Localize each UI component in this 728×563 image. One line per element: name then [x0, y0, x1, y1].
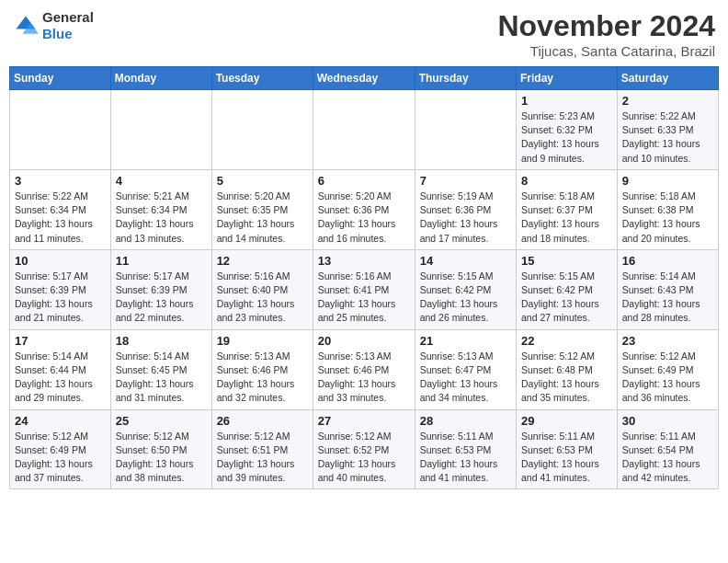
day-of-week-header: Tuesday — [211, 67, 313, 90]
calendar-day-cell — [10, 90, 111, 170]
calendar-day-cell: 29Sunrise: 5:11 AM Sunset: 6:53 PM Dayli… — [517, 409, 618, 489]
day-info: Sunrise: 5:11 AM Sunset: 6:53 PM Dayligh… — [420, 430, 511, 486]
day-of-week-header: Saturday — [617, 67, 718, 90]
logo-icon — [13, 13, 39, 39]
day-number: 4 — [116, 174, 207, 188]
calendar-day-cell: 6Sunrise: 5:20 AM Sunset: 6:36 PM Daylig… — [313, 169, 415, 249]
day-number: 3 — [15, 174, 106, 188]
location-text: Tijucas, Santa Catarina, Brazil — [497, 43, 715, 59]
day-info: Sunrise: 5:19 AM Sunset: 6:36 PM Dayligh… — [420, 190, 511, 246]
day-number: 6 — [318, 174, 410, 188]
day-info: Sunrise: 5:13 AM Sunset: 6:47 PM Dayligh… — [420, 350, 511, 406]
day-of-week-header: Monday — [110, 67, 211, 90]
day-number: 8 — [521, 174, 612, 188]
day-info: Sunrise: 5:20 AM Sunset: 6:36 PM Dayligh… — [318, 190, 410, 246]
calendar-day-cell — [415, 90, 516, 170]
day-info: Sunrise: 5:23 AM Sunset: 6:32 PM Dayligh… — [521, 109, 612, 166]
calendar-day-cell: 17Sunrise: 5:14 AM Sunset: 6:44 PM Dayli… — [10, 329, 111, 409]
calendar-day-cell: 12Sunrise: 5:16 AM Sunset: 6:40 PM Dayli… — [211, 249, 313, 329]
calendar-day-cell: 3Sunrise: 5:22 AM Sunset: 6:34 PM Daylig… — [10, 169, 111, 249]
day-number: 30 — [622, 414, 713, 428]
logo-text: General Blue — [42, 9, 94, 42]
calendar-day-cell: 13Sunrise: 5:16 AM Sunset: 6:41 PM Dayli… — [313, 249, 415, 329]
day-of-week-header: Sunday — [10, 67, 111, 90]
calendar-table: SundayMondayTuesdayWednesdayThursdayFrid… — [9, 66, 719, 489]
calendar-day-cell: 11Sunrise: 5:17 AM Sunset: 6:39 PM Dayli… — [110, 249, 211, 329]
day-number: 20 — [318, 334, 410, 348]
day-info: Sunrise: 5:14 AM Sunset: 6:44 PM Dayligh… — [15, 350, 106, 406]
calendar-day-cell: 8Sunrise: 5:18 AM Sunset: 6:37 PM Daylig… — [517, 169, 618, 249]
day-info: Sunrise: 5:12 AM Sunset: 6:48 PM Dayligh… — [521, 350, 612, 406]
calendar-day-cell: 28Sunrise: 5:11 AM Sunset: 6:53 PM Dayli… — [415, 409, 516, 489]
day-info: Sunrise: 5:14 AM Sunset: 6:45 PM Dayligh… — [116, 350, 207, 406]
day-info: Sunrise: 5:16 AM Sunset: 6:40 PM Dayligh… — [217, 270, 308, 326]
day-info: Sunrise: 5:12 AM Sunset: 6:49 PM Dayligh… — [15, 430, 106, 486]
calendar-day-cell — [110, 90, 211, 170]
day-info: Sunrise: 5:21 AM Sunset: 6:34 PM Dayligh… — [116, 190, 207, 246]
day-info: Sunrise: 5:12 AM Sunset: 6:51 PM Dayligh… — [217, 430, 308, 486]
calendar-day-cell: 20Sunrise: 5:13 AM Sunset: 6:46 PM Dayli… — [313, 329, 415, 409]
day-number: 15 — [521, 254, 612, 268]
calendar-day-cell: 5Sunrise: 5:20 AM Sunset: 6:35 PM Daylig… — [211, 169, 313, 249]
day-number: 9 — [622, 174, 713, 188]
day-of-week-header: Friday — [517, 67, 618, 90]
day-number: 29 — [521, 414, 612, 428]
day-number: 12 — [217, 254, 308, 268]
day-of-week-header: Wednesday — [313, 67, 415, 90]
calendar-week-row: 17Sunrise: 5:14 AM Sunset: 6:44 PM Dayli… — [10, 329, 719, 409]
day-info: Sunrise: 5:13 AM Sunset: 6:46 PM Dayligh… — [217, 350, 308, 406]
calendar-day-cell: 22Sunrise: 5:12 AM Sunset: 6:48 PM Dayli… — [517, 329, 618, 409]
calendar-day-cell: 14Sunrise: 5:15 AM Sunset: 6:42 PM Dayli… — [415, 249, 516, 329]
day-info: Sunrise: 5:11 AM Sunset: 6:54 PM Dayligh… — [622, 430, 713, 486]
calendar-day-cell: 10Sunrise: 5:17 AM Sunset: 6:39 PM Dayli… — [10, 249, 111, 329]
day-number: 24 — [15, 414, 106, 428]
calendar-day-cell: 19Sunrise: 5:13 AM Sunset: 6:46 PM Dayli… — [211, 329, 313, 409]
day-number: 14 — [420, 254, 511, 268]
day-info: Sunrise: 5:20 AM Sunset: 6:35 PM Dayligh… — [217, 190, 308, 246]
day-number: 17 — [15, 334, 106, 348]
day-info: Sunrise: 5:15 AM Sunset: 6:42 PM Dayligh… — [420, 270, 511, 326]
calendar-week-row: 10Sunrise: 5:17 AM Sunset: 6:39 PM Dayli… — [10, 249, 719, 329]
calendar-week-row: 3Sunrise: 5:22 AM Sunset: 6:34 PM Daylig… — [10, 169, 719, 249]
calendar-day-cell: 2Sunrise: 5:22 AM Sunset: 6:33 PM Daylig… — [617, 90, 718, 170]
calendar-day-cell: 16Sunrise: 5:14 AM Sunset: 6:43 PM Dayli… — [617, 249, 718, 329]
day-number: 10 — [15, 254, 106, 268]
day-info: Sunrise: 5:12 AM Sunset: 6:49 PM Dayligh… — [622, 350, 713, 406]
calendar-day-cell: 15Sunrise: 5:15 AM Sunset: 6:42 PM Dayli… — [517, 249, 618, 329]
day-number: 18 — [116, 334, 207, 348]
calendar-header-row: SundayMondayTuesdayWednesdayThursdayFrid… — [10, 67, 719, 90]
day-info: Sunrise: 5:13 AM Sunset: 6:46 PM Dayligh… — [318, 350, 410, 406]
calendar-day-cell: 4Sunrise: 5:21 AM Sunset: 6:34 PM Daylig… — [110, 169, 211, 249]
day-number: 19 — [217, 334, 308, 348]
calendar-day-cell: 23Sunrise: 5:12 AM Sunset: 6:49 PM Dayli… — [617, 329, 718, 409]
day-number: 5 — [217, 174, 308, 188]
calendar-day-cell: 24Sunrise: 5:12 AM Sunset: 6:49 PM Dayli… — [10, 409, 111, 489]
calendar-day-cell: 7Sunrise: 5:19 AM Sunset: 6:36 PM Daylig… — [415, 169, 516, 249]
calendar-day-cell: 18Sunrise: 5:14 AM Sunset: 6:45 PM Dayli… — [110, 329, 211, 409]
day-info: Sunrise: 5:11 AM Sunset: 6:53 PM Dayligh… — [521, 430, 612, 486]
day-number: 26 — [217, 414, 308, 428]
logo-blue-text: Blue — [42, 26, 94, 42]
calendar-week-row: 24Sunrise: 5:12 AM Sunset: 6:49 PM Dayli… — [10, 409, 719, 489]
calendar-day-cell: 9Sunrise: 5:18 AM Sunset: 6:38 PM Daylig… — [617, 169, 718, 249]
day-number: 27 — [318, 414, 410, 428]
day-number: 22 — [521, 334, 612, 348]
day-info: Sunrise: 5:18 AM Sunset: 6:38 PM Dayligh… — [622, 190, 713, 246]
title-block: November 2024 Tijucas, Santa Catarina, B… — [497, 9, 715, 59]
calendar-day-cell: 27Sunrise: 5:12 AM Sunset: 6:52 PM Dayli… — [313, 409, 415, 489]
day-info: Sunrise: 5:17 AM Sunset: 6:39 PM Dayligh… — [15, 270, 106, 326]
calendar-day-cell — [313, 90, 415, 170]
day-info: Sunrise: 5:12 AM Sunset: 6:52 PM Dayligh… — [318, 430, 410, 486]
logo: General Blue — [13, 9, 94, 42]
day-number: 2 — [622, 94, 713, 108]
day-number: 25 — [116, 414, 207, 428]
calendar-week-row: 1Sunrise: 5:23 AM Sunset: 6:32 PM Daylig… — [10, 90, 719, 170]
logo-general-text: General — [42, 9, 94, 26]
day-number: 23 — [622, 334, 713, 348]
day-info: Sunrise: 5:16 AM Sunset: 6:41 PM Dayligh… — [318, 270, 410, 326]
calendar-day-cell — [211, 90, 313, 170]
page-header: General Blue November 2024 Tijucas, Sant… — [9, 9, 719, 59]
calendar-day-cell: 1Sunrise: 5:23 AM Sunset: 6:32 PM Daylig… — [517, 90, 618, 170]
day-number: 28 — [420, 414, 511, 428]
day-info: Sunrise: 5:22 AM Sunset: 6:33 PM Dayligh… — [622, 109, 713, 166]
